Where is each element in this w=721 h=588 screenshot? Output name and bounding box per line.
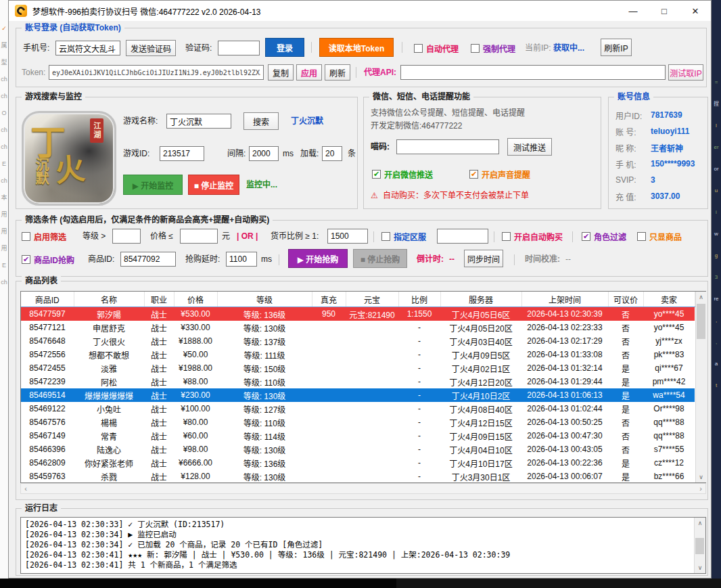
- scroll-left-icon[interactable]: ‹: [21, 484, 30, 493]
- cell-seller: yo****45: [643, 307, 695, 321]
- sound-alert-checkbox[interactable]: 开启声音提醒: [469, 166, 530, 181]
- cell-goods-id: 85477597: [21, 307, 74, 321]
- cell-goods-id: 85459763: [21, 470, 74, 483]
- server-filter-checkbox[interactable]: 指定区服: [381, 229, 426, 244]
- column-header[interactable]: 元宝: [346, 292, 398, 307]
- send-code-button[interactable]: 发送验证码: [126, 40, 176, 56]
- cell-price: ¥6666.00: [174, 456, 217, 470]
- game-id-input[interactable]: [160, 146, 204, 161]
- column-header[interactable]: 真充: [312, 292, 346, 307]
- log-vertical-scrollbar[interactable]: ∧ ∨: [694, 518, 705, 573]
- table-row[interactable]: 85469122 小兔吐 战士 ¥100.00 等级: 127级 - 丁火4月0…: [21, 402, 695, 415]
- level-input[interactable]: [112, 229, 141, 244]
- token-input[interactable]: [49, 65, 264, 80]
- table-row[interactable]: 85462809 你好紧张老师 战士 ¥6666.00 等级: 136级 - 丁…: [21, 456, 695, 470]
- account-field-value: 3037.00: [651, 191, 680, 201]
- force-proxy-checkbox[interactable]: 强制代理: [471, 41, 515, 55]
- close-button[interactable]: ✕: [680, 1, 711, 21]
- test-push-button[interactable]: 测试推送: [507, 138, 552, 156]
- table-row[interactable]: 85466396 陆逸心 战士 ¥98.00 等级: 130级 - 丁火4月04…: [21, 443, 695, 456]
- only-goods-checkbox[interactable]: 只显商品: [637, 229, 682, 244]
- enable-filter-checkbox[interactable]: 启用筛选: [22, 229, 66, 244]
- wechat-push-checkbox[interactable]: 开启微信推送: [372, 166, 433, 181]
- table-row[interactable]: 85472556 想都不敢想 战士 ¥50.00 等级: 111级 - 丁火4月…: [21, 348, 695, 361]
- proxy-api-input[interactable]: [400, 65, 666, 80]
- cell-seller: qi****67: [643, 361, 695, 375]
- role-filter-checkbox[interactable]: 角色过滤: [582, 229, 626, 244]
- copy-token-button[interactable]: 复制: [268, 64, 294, 81]
- cell-level: 等级: 110级: [217, 415, 312, 429]
- scroll-right-icon[interactable]: ›: [696, 484, 705, 493]
- test-ip-button[interactable]: 测试取IP: [668, 64, 703, 81]
- stop-monitor-button[interactable]: ■ 停止监控: [188, 175, 239, 195]
- scroll-down-icon[interactable]: ∨: [695, 562, 705, 573]
- load-input[interactable]: [322, 146, 342, 161]
- bg-fragment: ,: [716, 318, 717, 323]
- read-local-token-button[interactable]: 读取本地Token: [319, 38, 394, 57]
- table-row[interactable]: 85459763 杀戮 战士 ¥128.00 等级: 130级 - 丁火3月30…: [21, 470, 695, 483]
- scroll-up-icon[interactable]: ∧: [696, 292, 707, 302]
- goods-id-buy-checkbox[interactable]: 商品ID抢购: [22, 252, 74, 267]
- cell-price: ¥88.00: [174, 375, 217, 388]
- code-input[interactable]: [218, 41, 260, 55]
- autobuy-label: 开启自动购买: [514, 231, 563, 242]
- table-row[interactable]: 85477597 郭汐陽 战士 ¥530.00 等级: 136级 950 元宝:…: [21, 307, 695, 321]
- scrollbar-thumb[interactable]: [697, 304, 705, 339]
- cell-ratio: -: [398, 429, 440, 443]
- column-header[interactable]: 职业: [144, 292, 174, 307]
- auto-proxy-checkbox[interactable]: 自动代理: [414, 41, 459, 55]
- search-result-text: 丁火沉默: [291, 114, 323, 129]
- autobuy-checkbox[interactable]: 开启自动购买: [502, 229, 563, 244]
- buy-delay-input[interactable]: [226, 252, 257, 267]
- table-vertical-scrollbar[interactable]: ∧ ∨: [695, 292, 707, 482]
- sync-time-button[interactable]: 同步时间: [464, 250, 503, 267]
- minimize-button[interactable]: —: [618, 1, 649, 21]
- bg-fragment: w: [714, 231, 718, 237]
- scroll-up-icon[interactable]: ∧: [695, 518, 705, 528]
- column-header[interactable]: 等级: [217, 292, 312, 307]
- server-input[interactable]: [437, 229, 488, 244]
- column-header[interactable]: 卖家: [643, 292, 695, 307]
- column-header[interactable]: 上架时间: [521, 292, 608, 307]
- apply-token-button[interactable]: 应用: [296, 64, 322, 81]
- column-header[interactable]: 名称: [74, 292, 144, 307]
- price-input[interactable]: [180, 229, 218, 244]
- table-horizontal-scrollbar[interactable]: ‹ ›: [20, 483, 706, 494]
- stop-buy-button[interactable]: ■ 停止抢购: [353, 249, 407, 268]
- column-header[interactable]: 商品ID: [21, 292, 74, 307]
- scroll-down-icon[interactable]: ∨: [696, 472, 707, 482]
- start-monitor-button[interactable]: ▶ 开始监控: [123, 175, 183, 195]
- interval-input[interactable]: [249, 146, 279, 161]
- phone-input[interactable]: [55, 41, 120, 55]
- maximize-button[interactable]: □: [649, 1, 680, 21]
- column-header[interactable]: 价格: [174, 292, 217, 307]
- table-row[interactable]: 85472239 阿松 战士 ¥88.00 等级: 110级 - 丁火4月12日…: [21, 375, 695, 388]
- column-header[interactable]: 可议价: [608, 292, 643, 307]
- table-row[interactable]: 85472455 淡雅 战士 ¥1988.00 等级: 150级 - 丁火4月0…: [21, 361, 695, 375]
- start-buy-button[interactable]: ▶ 开始抢购: [288, 249, 348, 268]
- goods-id-input[interactable]: [120, 252, 176, 267]
- table-row[interactable]: 85476648 丁火很火 战士 ¥1888.00 等级: 137级 - 丁火4…: [21, 334, 695, 348]
- log-output[interactable]: [2026-04-13 02:30:33] ✓ 丁火沉默 (ID:213517)…: [21, 518, 694, 573]
- refresh-token-button[interactable]: 刷新: [325, 64, 350, 81]
- cell-goods-id: 85472556: [21, 348, 74, 361]
- table-row[interactable]: 85467149 常青 战士 ¥60.00 等级: 114级 - 丁火4月09日…: [21, 429, 695, 443]
- price-label: 价格 ≤: [150, 229, 173, 244]
- search-button[interactable]: 搜索: [243, 112, 279, 130]
- table-row[interactable]: 85467576 楊楊 战士 ¥80.00 等级: 110级 - 丁火4月12日…: [21, 415, 695, 429]
- filter-group: 筛选条件 (勾选启用后，仅满足条件的新商品会高亮+提醒+自动购买) 启用筛选 等…: [16, 220, 708, 277]
- refresh-ip-button[interactable]: 刷新IP: [601, 39, 632, 56]
- log-frame: [2026-04-13 02:30:33] ✓ 丁火沉默 (ID:213517)…: [20, 517, 706, 574]
- login-button[interactable]: 登录: [265, 38, 304, 57]
- game-name-input[interactable]: [166, 114, 231, 129]
- column-header[interactable]: 比例: [398, 292, 440, 307]
- scrollbar-thumb[interactable]: [695, 538, 704, 554]
- account-row: 昵 称: 王者斩神: [615, 139, 703, 156]
- ratio-input[interactable]: [327, 229, 368, 244]
- table-row[interactable]: 85477121 申居舒克 战士 ¥330.00 等级: 130级 - 丁火4月…: [21, 321, 695, 334]
- cell-ratio: -: [398, 348, 440, 361]
- cell-recharge: [312, 388, 346, 402]
- table-row[interactable]: 85469514 爆爆爆爆爆爆 战士 ¥230.00 等级: 130级 - 丁火…: [21, 388, 695, 402]
- miao-code-input[interactable]: [396, 139, 499, 154]
- column-header[interactable]: 服务器: [440, 292, 521, 307]
